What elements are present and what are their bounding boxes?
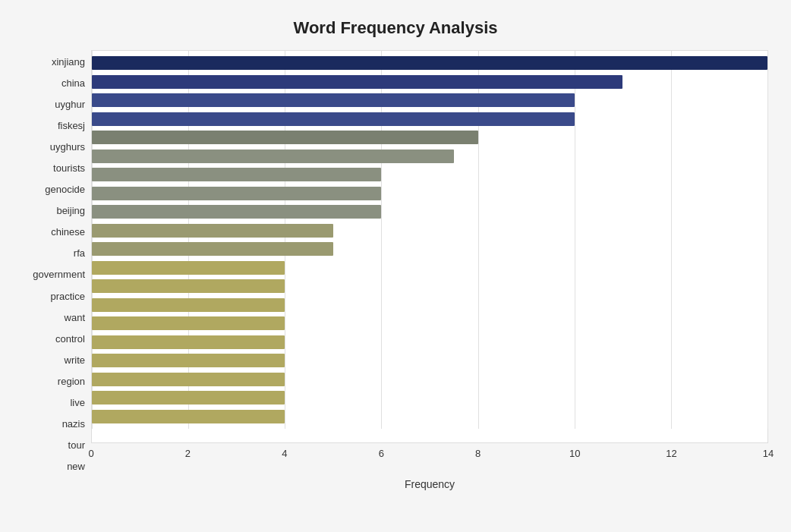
y-label: uyghur	[23, 94, 91, 114]
bars-wrapper	[92, 51, 767, 429]
bar	[92, 112, 575, 126]
bar	[92, 261, 285, 275]
y-label: write	[23, 350, 91, 370]
y-label: tourists	[23, 158, 91, 178]
bar-row	[92, 259, 767, 278]
bar-row	[92, 296, 767, 315]
bar-row	[92, 165, 767, 184]
chart-area: xinjiangchinauyghurfiskesjuyghurstourist…	[23, 50, 768, 490]
bar-row	[92, 184, 767, 203]
bar	[92, 187, 381, 200]
bar	[92, 279, 285, 293]
bar	[92, 335, 285, 349]
bar-row	[92, 240, 767, 259]
bar-row	[92, 147, 767, 166]
grid-and-bars	[91, 50, 768, 443]
bar	[92, 75, 622, 89]
bar-row	[92, 314, 767, 333]
y-labels: xinjiangchinauyghurfiskesjuyghurstourist…	[23, 50, 91, 490]
y-label: rfa	[23, 244, 91, 263]
bar-row	[92, 54, 767, 73]
x-axis-tick-label: 4	[282, 448, 287, 459]
y-label: chinese	[23, 222, 91, 242]
bar-row	[92, 73, 767, 92]
y-label: live	[23, 393, 91, 413]
bar	[92, 242, 333, 256]
bar-row	[92, 277, 767, 296]
bar	[92, 168, 381, 181]
x-axis-tick-label: 10	[569, 448, 580, 459]
bar	[92, 205, 381, 219]
bar	[92, 298, 285, 312]
y-label: fiskesj	[23, 115, 91, 135]
x-axis-tick-label: 2	[185, 448, 191, 459]
bar-row	[92, 370, 767, 389]
bar	[92, 93, 575, 107]
y-label: uyghurs	[23, 137, 91, 156]
x-axis-title: Frequency	[91, 478, 768, 490]
bar	[92, 354, 285, 367]
y-label: control	[23, 329, 91, 348]
y-label: nazis	[23, 414, 91, 434]
x-axis-tick-label: 12	[666, 448, 676, 459]
bar-row	[92, 110, 767, 129]
y-label: government	[23, 265, 91, 285]
bar	[92, 224, 333, 238]
bar-row	[92, 333, 767, 352]
bar-row	[92, 351, 767, 370]
bar-row	[92, 408, 767, 427]
y-label: new	[23, 457, 91, 477]
bar-row	[92, 203, 767, 222]
bar-row	[92, 389, 767, 408]
bar-row	[92, 222, 767, 241]
bar-row	[92, 128, 767, 147]
x-axis-tick-label: 8	[475, 448, 481, 459]
y-label: china	[23, 73, 91, 93]
x-axis-tick-label: 14	[763, 448, 774, 459]
chart-title: Word Frequency Analysis	[23, 15, 768, 38]
y-label: practice	[23, 286, 91, 306]
bar	[92, 150, 454, 163]
grid-line	[767, 51, 768, 429]
x-axis-tick-label: 0	[88, 448, 93, 459]
x-axis-labels: 02468101214	[91, 445, 768, 461]
bars-and-grid: 02468101214 Frequency	[91, 50, 768, 490]
bar	[92, 131, 478, 144]
chart-container: Word Frequency Analysis xinjiangchinauyg…	[0, 0, 791, 532]
y-label: xinjiang	[23, 52, 91, 71]
bar	[92, 410, 285, 423]
y-label: region	[23, 371, 91, 391]
bar	[92, 316, 285, 330]
y-label: genocide	[23, 180, 91, 200]
bar	[92, 391, 285, 405]
bar	[92, 373, 285, 386]
bar-row	[92, 91, 767, 110]
y-label: beijing	[23, 201, 91, 221]
bar	[92, 56, 767, 70]
x-axis-tick-label: 6	[379, 448, 384, 459]
y-label: tour	[23, 436, 91, 455]
y-label: want	[23, 307, 91, 327]
